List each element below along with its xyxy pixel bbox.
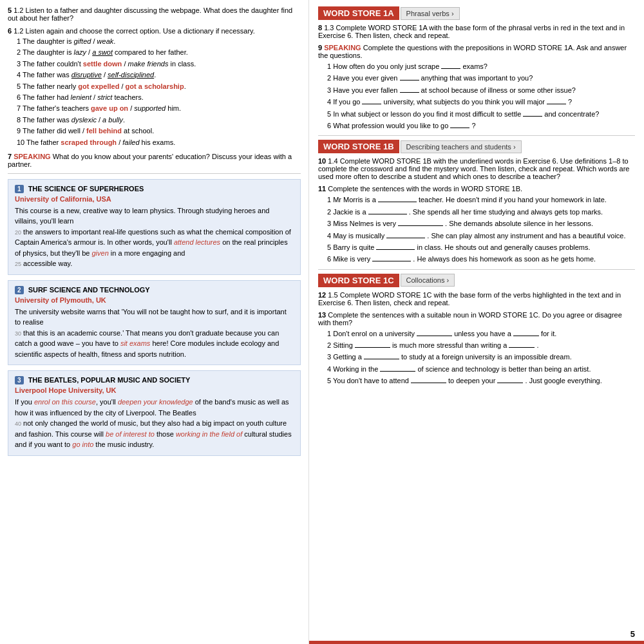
box3-num: 3 (15, 376, 24, 384)
speaking-label-9: SPEAKING (324, 44, 361, 52)
ex8-text: Complete WORD STORE 1A with the base for… (318, 24, 625, 39)
list-item: If you go university, what subjects do y… (327, 97, 635, 107)
audio-icon-5[interactable]: 1.2 (14, 6, 23, 14)
page-number: 5 (630, 629, 635, 639)
ex12-num: 12 (318, 291, 326, 299)
ex8-num: 8 (318, 24, 322, 32)
ex11-num: 11 (318, 185, 326, 193)
list-item: Jackie is a . She spends all her time st… (327, 207, 635, 217)
exercise-10: 10 1.4 Complete WORD STORE 1B with the u… (318, 157, 635, 180)
box3-title: THE BEATLES, POPULAR MUSIC AND SOCIETY (28, 376, 191, 384)
list-item: You don't have to attend to deepen your … (327, 376, 635, 386)
exercise-7: 7 SPEAKING What do you know about your p… (8, 153, 301, 168)
right-column: WORD STORE 1A Phrasal verbs 8 1.3 Comple… (309, 0, 644, 644)
exercise-6: 6 1.2 Listen again and choose the correc… (8, 27, 301, 147)
ex6-num: 6 (8, 27, 12, 35)
ex10-text: Complete WORD STORE 1B with the underlin… (318, 157, 629, 180)
exercise-8: 8 1.3 Complete WORD STORE 1A with the ba… (318, 24, 635, 39)
ws1b-header: WORD STORE 1B Describing teachers and st… (318, 140, 635, 153)
list-item: The father nearly got expelled / got a s… (17, 82, 301, 91)
ex5-num: 5 (8, 6, 12, 14)
box2-title: SURF SCIENCE AND TECHNOLOGY (28, 286, 150, 294)
audio-icon-6[interactable]: 1.2 (14, 27, 23, 35)
box2-subtitle: University of Plymouth, UK (15, 296, 294, 304)
audio-icon-8[interactable]: 1.3 (324, 24, 334, 32)
ex7-num: 7 (8, 153, 12, 160)
list-item: Mr Morris is a teacher. He doesn't mind … (327, 195, 635, 205)
exercise-11: 11 Complete the sentences with the words… (318, 185, 635, 264)
ex7-text: What do you know about your parents' edu… (8, 153, 292, 168)
list-item: The daughter is gifted / weak. (17, 37, 301, 46)
list-item: Barry is quite in class. He shouts out a… (327, 243, 635, 252)
ex6-list: The daughter is gifted / weak. The daugh… (8, 37, 301, 147)
list-item: Sitting is much more stressful than writ… (327, 341, 635, 350)
box3-text: If you enrol on this course, you'll deep… (15, 397, 294, 450)
list-item: The daughter is lazy / a swot compared t… (17, 48, 301, 57)
ws1a-header: WORD STORE 1A Phrasal verbs (318, 6, 635, 20)
list-item: The father couldn't settle down / make f… (17, 59, 301, 69)
speaking-label-7: SPEAKING (14, 153, 50, 160)
info-box-2: 2 SURF SCIENCE AND TECHNOLOGY University… (8, 280, 301, 366)
ws1c-title: WORD STORE 1C (318, 274, 399, 287)
ex13-text: Complete the sentences with a suitable n… (318, 311, 622, 327)
list-item: The father was dyslexic / a bully. (17, 115, 301, 125)
box2-num: 2 (15, 286, 24, 294)
audio-icon-12[interactable]: 1.5 (328, 291, 337, 299)
info-box-1: 1 THE SCIENCE OF SUPERHEROES University … (8, 179, 301, 275)
bottom-bar (309, 641, 644, 644)
exercise-5: 5 1.2 Listen to a father and daughter di… (8, 6, 301, 22)
list-item: The father did well / fell behind at sch… (17, 126, 301, 136)
box1-num: 1 (15, 185, 24, 193)
ex9-list: How often do you only just scrape exams?… (318, 62, 635, 131)
list-item: What profession would you like to go ? (327, 121, 635, 131)
list-item: Mike is very . He always does his homewo… (327, 254, 635, 264)
ex6-text: Listen again and choose the correct opti… (26, 27, 255, 35)
ws1c-tag: Collocations (401, 274, 455, 287)
ex9-num: 9 (318, 44, 322, 52)
list-item: The father scraped through / failed his … (17, 138, 301, 147)
box1-text: This course is a new, creative way to le… (15, 205, 294, 269)
ws1b-tag: Describing teachers and students (401, 140, 522, 153)
list-item: How often do you only just scrape exams? (327, 62, 635, 71)
list-item: The father's teachers gave up on / suppo… (17, 104, 301, 113)
list-item: Don't enrol on a university unless you h… (327, 329, 635, 339)
box1-subtitle: University of California, USA (15, 195, 294, 203)
ex10-num: 10 (318, 157, 326, 165)
ws1a-tag: Phrasal verbs (401, 7, 460, 20)
exercise-12: 12 1.5 Complete WORD STORE 1C with the b… (318, 291, 635, 307)
ex11-text: Complete the sentences with the words in… (328, 185, 522, 193)
box1-title: THE SCIENCE OF SUPERHEROES (28, 185, 144, 193)
ex11-list: Mr Morris is a teacher. He doesn't mind … (318, 195, 635, 264)
list-item: In what subject or lesson do you find it… (327, 109, 635, 119)
ex5-text: Listen to a father and daughter discussi… (8, 6, 292, 22)
ws1a-title: WORD STORE 1A (318, 6, 399, 20)
list-item: The father was disruptive / self-discipl… (17, 70, 301, 80)
info-box-3: 3 THE BEATLES, POPULAR MUSIC AND SOCIETY… (8, 370, 301, 456)
list-item: Miss Nelmes is very . She demands absolu… (327, 219, 635, 229)
list-item: The father had lenient / strict teachers… (17, 93, 301, 102)
ex13-num: 13 (318, 311, 326, 319)
ws1c-header: WORD STORE 1C Collocations (318, 274, 635, 287)
list-item: Have you ever fallen at school because o… (327, 86, 635, 95)
exercise-13: 13 Complete the sentences with a suitabl… (318, 311, 635, 386)
box2-text: The university website warns that 'You w… (15, 307, 294, 360)
ws1b-title: WORD STORE 1B (318, 140, 399, 153)
list-item: Working in the of science and technology… (327, 365, 635, 374)
ex13-list: Don't enrol on a university unless you h… (318, 329, 635, 386)
ex12-text: Complete WORD STORE 1C with the base for… (318, 291, 621, 307)
left-column: 5 1.2 Listen to a father and daughter di… (0, 0, 309, 644)
ex9-text: Complete the questions with the preposit… (318, 44, 627, 59)
list-item: Have you ever given anything that was im… (327, 73, 635, 83)
list-item: Getting a to study at a foreign universi… (327, 352, 635, 362)
list-item: May is musically . She can play almost a… (327, 231, 635, 241)
exercise-9: 9 SPEAKING Complete the questions with t… (318, 44, 635, 131)
audio-icon-10[interactable]: 1.4 (328, 157, 337, 165)
box3-subtitle: Liverpool Hope University, UK (15, 386, 294, 394)
